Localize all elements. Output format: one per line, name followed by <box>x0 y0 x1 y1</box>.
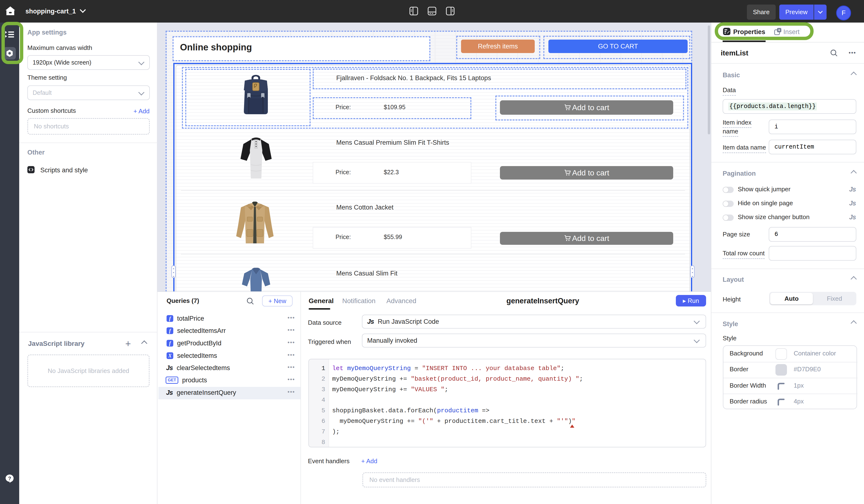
svg-text:?: ? <box>8 476 11 481</box>
